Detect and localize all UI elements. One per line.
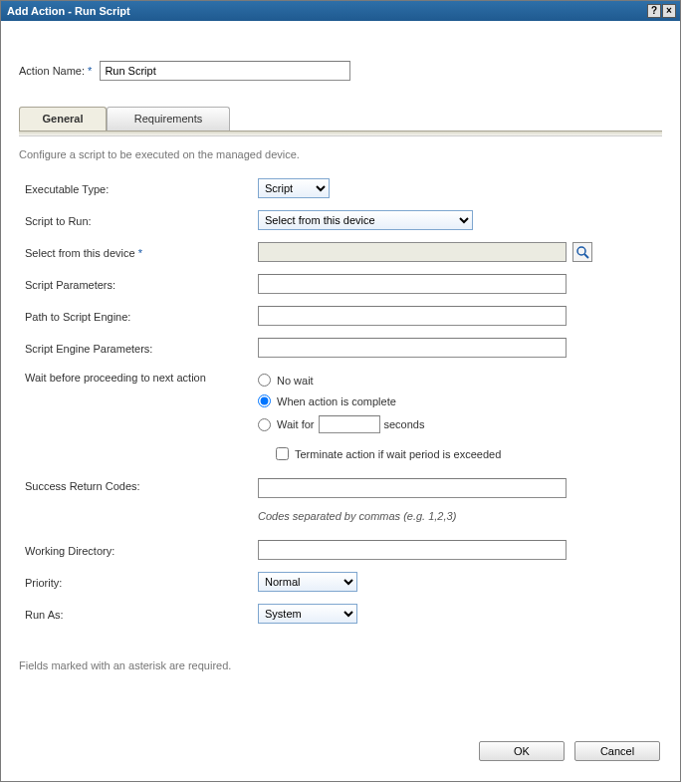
path-engine-label: Path to Script Engine: [25,309,258,323]
row-wait: Wait before proceeding to next action No… [25,370,656,460]
executable-type-label: Executable Type: [25,181,258,195]
engine-parameters-input[interactable] [258,338,567,358]
search-icon [575,245,589,259]
titlebar-controls: ? × [647,4,676,18]
titlebar: Add Action - Run Script ? × [1,1,680,21]
row-run-as: Run As: System [25,604,656,624]
row-priority: Priority: Normal [25,572,656,592]
row-script-to-run: Script to Run: Select from this device [25,210,656,230]
row-script-parameters: Script Parameters: [25,274,656,294]
row-working-dir: Working Directory: [25,540,656,560]
run-as-label: Run As: [25,607,258,621]
wait-seconds-input[interactable] [319,415,380,433]
dialog-title: Add Action - Run Script [7,4,130,17]
required-asterisk: * [88,65,92,77]
success-codes-hint: Codes separated by commas (e.g. 1,2,3) [258,510,456,522]
row-select-device: Select from this device * [25,242,656,262]
path-engine-input[interactable] [258,306,567,326]
select-device-label-text: Select from this device [25,247,135,259]
row-executable-type: Executable Type: Script [25,178,656,198]
close-button[interactable]: × [662,4,676,18]
run-as-select[interactable]: System [258,604,357,624]
select-device-label: Select from this device * [25,245,258,259]
tab-strip [19,131,662,136]
action-name-row: Action Name: * [19,61,662,81]
wait-radio-group: No wait When action is complete Wait for… [258,370,424,433]
script-to-run-select[interactable]: Select from this device [258,210,473,230]
svg-point-0 [577,247,585,255]
dialog: Add Action - Run Script ? × Action Name:… [0,0,681,782]
wait-seconds-label: seconds [384,418,425,430]
wait-complete-radio[interactable] [258,394,271,407]
wait-label: Wait before proceeding to next action [25,370,258,384]
success-codes-label: Success Return Codes: [25,478,258,492]
priority-select[interactable]: Normal [258,572,357,592]
button-bar: OK Cancel [479,741,660,761]
wait-no-wait-row[interactable]: No wait [258,374,424,387]
wait-complete-label: When action is complete [277,395,396,407]
row-path-engine: Path to Script Engine: [25,306,656,326]
help-button[interactable]: ? [647,4,661,18]
wait-complete-row[interactable]: When action is complete [258,394,424,407]
ok-button[interactable]: OK [479,741,565,761]
working-dir-label: Working Directory: [25,543,258,557]
cancel-button[interactable]: Cancel [574,741,660,761]
select-device-path [258,242,567,262]
browse-button[interactable] [572,242,592,262]
required-asterisk: * [138,247,142,259]
action-name-input[interactable] [100,61,350,81]
footer-note: Fields marked with an asterisk are requi… [19,659,662,671]
row-engine-parameters: Script Engine Parameters: [25,338,656,358]
success-codes-input[interactable] [258,478,567,498]
wait-for-label: Wait for [277,418,315,430]
row-success-codes: Success Return Codes: Codes separated by… [25,478,656,522]
executable-type-select[interactable]: Script [258,178,330,198]
wait-no-wait-label: No wait [277,375,314,387]
tabs: General Requirements [19,107,662,131]
script-parameters-label: Script Parameters: [25,277,258,291]
wait-no-wait-radio[interactable] [258,374,271,387]
tab-description: Configure a script to be executed on the… [19,148,662,160]
action-name-label: Action Name: * [19,65,92,77]
terminate-row[interactable]: Terminate action if wait period is excee… [276,447,501,460]
script-parameters-input[interactable] [258,274,567,294]
tab-requirements[interactable]: Requirements [107,107,230,131]
tab-general[interactable]: General [19,107,107,131]
wait-for-row[interactable]: Wait for seconds [258,415,424,433]
engine-parameters-label: Script Engine Parameters: [25,341,258,355]
script-to-run-label: Script to Run: [25,213,258,227]
svg-line-1 [584,254,588,258]
action-name-label-text: Action Name: [19,65,85,77]
content: Action Name: * General Requirements Conf… [1,21,680,687]
wait-for-radio[interactable] [258,418,271,431]
form-area: Executable Type: Script Script to Run: S… [19,178,662,624]
terminate-checkbox[interactable] [276,447,289,460]
working-dir-input[interactable] [258,540,567,560]
priority-label: Priority: [25,575,258,589]
terminate-label: Terminate action if wait period is excee… [295,448,501,460]
